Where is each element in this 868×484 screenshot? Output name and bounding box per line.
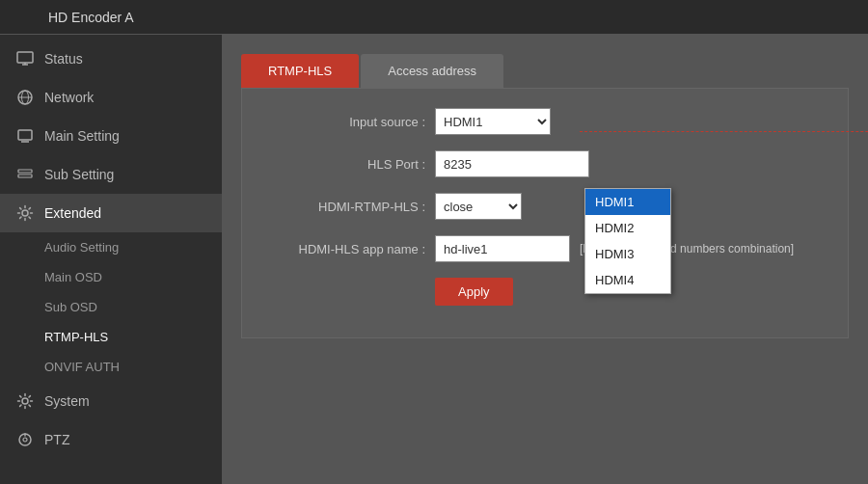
sidebar-sub-main-osd[interactable]: Main OSD: [0, 262, 222, 292]
sidebar-sub-onvif-auth[interactable]: ONVIF AUTH: [0, 352, 222, 382]
svg-rect-8: [18, 170, 32, 173]
hdmi-hls-app-name-row: HDMI-HLS app name : [Format:letters and …: [271, 235, 819, 262]
screen-icon: [15, 126, 35, 146]
sidebar-sub-rtmp-hls[interactable]: RTMP-HLS: [0, 322, 222, 352]
sidebar-item-sub-setting[interactable]: Sub Setting: [0, 155, 222, 194]
hdmi-rtmp-hls-row: HDMI-RTMP-HLS : close open: [271, 193, 819, 220]
apply-button-row: Apply: [271, 278, 819, 306]
svg-rect-6: [18, 130, 32, 140]
dial-icon: [15, 430, 35, 449]
hdmi-hls-app-name-input[interactable]: [435, 235, 570, 262]
dropdown-option-hdmi4[interactable]: HDMI4: [585, 267, 670, 293]
sidebar-item-extended[interactable]: Extended: [0, 194, 222, 232]
tab-access-address[interactable]: Access address: [361, 54, 503, 88]
input-source-label: Input source :: [271, 115, 425, 129]
svg-point-10: [22, 210, 28, 216]
sidebar-sub-sub-osd[interactable]: Sub OSD: [0, 292, 222, 322]
input-source-select[interactable]: HDMI1 HDMI2 HDMI3 HDMI4: [435, 108, 551, 135]
hdmi-rtmp-hls-select[interactable]: close open: [435, 193, 522, 220]
tab-bar: RTMP-HLS Access address: [241, 54, 849, 88]
svg-point-11: [22, 398, 28, 404]
sidebar-label-ptz: PTZ: [44, 432, 69, 447]
form-panel: Input source : HDMI1 HDMI2 HDMI3 HDMI4 H…: [241, 88, 849, 338]
sidebar: Status Network Main Setting: [0, 35, 222, 484]
sidebar-item-ptz[interactable]: PTZ: [0, 420, 222, 459]
dropdown-option-hdmi2[interactable]: HDMI2: [585, 215, 670, 241]
hdmi-rtmp-hls-label: HDMI-RTMP-HLS :: [271, 200, 425, 214]
hls-port-row: HLS Port :: [271, 150, 819, 177]
dropdown-option-hdmi3[interactable]: HDMI3: [585, 241, 670, 267]
sidebar-label-extended: Extended: [44, 205, 101, 221]
sidebar-label-main-setting: Main Setting: [44, 128, 120, 144]
apply-button[interactable]: Apply: [435, 278, 513, 306]
sidebar-item-network[interactable]: Network: [0, 78, 222, 117]
dropdown-option-hdmi1[interactable]: HDMI1: [585, 189, 670, 215]
input-source-row: Input source : HDMI1 HDMI2 HDMI3 HDMI4: [271, 108, 819, 135]
monitor-icon: [15, 49, 35, 68]
sidebar-item-main-setting[interactable]: Main Setting: [0, 117, 222, 155]
sidebar-label-status: Status: [44, 51, 83, 67]
svg-point-13: [23, 438, 27, 442]
sidebar-label-system: System: [44, 393, 90, 409]
layers-icon: [15, 165, 35, 184]
gear2-icon: [15, 391, 35, 411]
hls-port-input[interactable]: [435, 150, 589, 177]
sidebar-sub-audio-setting[interactable]: Audio Setting: [0, 232, 222, 262]
hdmi-hls-app-name-label: HDMI-HLS app name :: [271, 242, 425, 256]
svg-rect-9: [18, 175, 32, 177]
tab-rtmp-hls[interactable]: RTMP-HLS: [241, 54, 359, 88]
sidebar-item-system[interactable]: System: [0, 382, 222, 420]
sidebar-label-network: Network: [44, 90, 94, 105]
input-source-dropdown: HDMI1 HDMI2 HDMI3 HDMI4: [584, 188, 671, 294]
svg-rect-0: [17, 52, 33, 63]
app-title: HD Encoder A: [48, 10, 134, 25]
globe-icon: [15, 88, 35, 107]
gear-icon: [15, 203, 35, 223]
content-area: RTMP-HLS Access address Input source : H…: [222, 35, 868, 484]
sidebar-label-sub-setting: Sub Setting: [44, 167, 114, 182]
title-bar: HD Encoder A: [0, 0, 868, 35]
sidebar-item-status[interactable]: Status: [0, 40, 222, 78]
hls-port-label: HLS Port :: [271, 157, 425, 172]
